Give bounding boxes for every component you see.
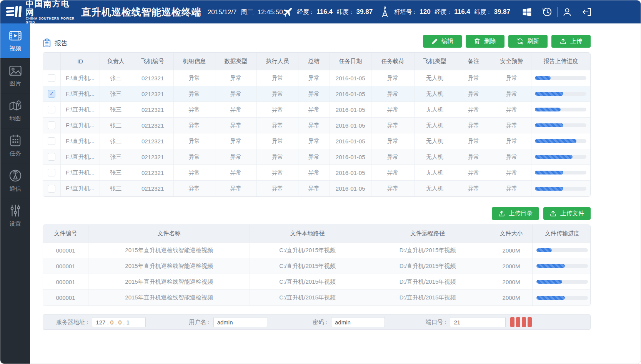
sidebar: 视频 图片 地图 xyxy=(0,23,30,364)
sidebar-item-video[interactable]: 视频 xyxy=(0,23,30,58)
row-checkbox[interactable]: ✓ xyxy=(48,90,55,98)
cell-remark: 异常 xyxy=(455,165,492,181)
cell-check xyxy=(43,70,61,86)
picture-icon xyxy=(9,65,22,77)
flight-lon-value: 116.4 xyxy=(316,8,333,16)
progress-bar-fill xyxy=(536,248,552,252)
history-icon[interactable] xyxy=(537,7,557,17)
cell-remark: 异常 xyxy=(455,181,492,196)
sidebar-item-map[interactable]: 地图 xyxy=(0,93,30,128)
sidebar-item-label: 设置 xyxy=(10,220,21,228)
sidebar-item-label: 视频 xyxy=(10,45,21,52)
cell-progress xyxy=(533,243,591,258)
cell-file_size: 2000M xyxy=(490,258,533,274)
section-title-text: 报告 xyxy=(55,39,68,48)
cell-summary: 异常 xyxy=(298,102,330,118)
upload-icon xyxy=(550,210,556,217)
table-row[interactable]: ✓F:\直升机...张三0212321异常异常异常异常2016-01-05异常无… xyxy=(43,86,590,102)
cell-summary: 异常 xyxy=(298,149,330,165)
table-row[interactable]: F:\直升机...张三0212321异常异常异常异常2016-01-05异常无人… xyxy=(43,70,590,86)
cell-progress xyxy=(531,133,590,149)
cell-executor: 异常 xyxy=(257,118,298,133)
sidebar-item-label: 地图 xyxy=(10,115,21,122)
column-header-task_date: 任务日期 xyxy=(330,53,371,70)
cell-plane_no: 0212321 xyxy=(132,181,174,196)
table-row[interactable]: F:\直升机...张三0212321异常异常异常异常2016-01-05异常无人… xyxy=(43,165,590,181)
cell-summary: 异常 xyxy=(298,70,330,86)
sidebar-item-pictures[interactable]: 图片 xyxy=(0,58,30,93)
cell-data_type: 异常 xyxy=(215,181,257,196)
main-content: 报告 编辑 删除 xyxy=(30,23,641,364)
delete-button[interactable]: 删除 xyxy=(466,35,504,48)
progress-bar-fill xyxy=(535,187,563,191)
table-row[interactable]: F:\直升机...张三0212321异常异常异常异常2016-01-05异常无人… xyxy=(43,149,590,165)
cell-warning: 异常 xyxy=(492,86,531,102)
report-table-card: ID负责人飞机编号机组信息数据类型执行人员总结任务日期任务载荷飞机类型备注安全预… xyxy=(43,52,591,197)
cell-payload: 异常 xyxy=(371,102,415,118)
sidebar-item-settings[interactable]: 设置 xyxy=(0,198,30,233)
column-header-owner: 负责人 xyxy=(100,53,132,70)
upload-directory-button[interactable]: 上传目录 xyxy=(492,207,539,220)
logo-title: 中国南方电网 xyxy=(26,0,75,17)
progress-bar-fill xyxy=(535,92,563,96)
sidebar-item-tasks[interactable]: 任务 xyxy=(0,128,30,163)
password-label: 密码 : xyxy=(313,319,327,326)
column-header-file_name: 文件名称 xyxy=(88,225,250,243)
upload-button[interactable]: 上传 xyxy=(551,35,591,48)
table-row[interactable]: F:\直升机...张三0212321异常异常异常异常2016-01-05异常无人… xyxy=(43,133,590,149)
username-label: 用户名 : xyxy=(189,319,209,326)
file-actions: 上传目录 上传文件 xyxy=(43,207,591,220)
cell-remote_path: D:/直升机/2015年视频 xyxy=(365,290,490,306)
column-header-progress: 文件传输进度 xyxy=(533,225,591,243)
cell-task_date: 2016-01-05 xyxy=(330,181,371,196)
cell-file_name: 2015年直升机巡检线智能巡检视频 xyxy=(88,258,250,274)
refresh-button[interactable]: 刷新 xyxy=(508,35,548,48)
cell-file_name: 2015年直升机巡检线智能巡检视频 xyxy=(88,290,250,306)
cell-remote_path: D:/直升机/2015年视频 xyxy=(365,258,490,274)
geo-status: 经度 : 116.4 纬度 : 39.87 杆塔号 : 120 经度 : 116… xyxy=(283,6,510,18)
sidebar-item-communication[interactable]: 通信 xyxy=(0,163,30,198)
cell-crew_info: 异常 xyxy=(174,149,215,165)
file-table: 文件编号文件名称文件本地路径文件远程路径文件大小文件传输进度0000012015… xyxy=(43,225,591,306)
csg-logo-icon xyxy=(6,4,22,20)
tower-icon xyxy=(380,6,390,18)
cell-remote_path: D:/直升机/2015年视频 xyxy=(365,243,490,258)
edit-icon xyxy=(431,38,438,45)
table-row[interactable]: F:\直升机...张三0212321异常异常异常异常2016-01-05异常无人… xyxy=(43,181,590,196)
row-checkbox[interactable] xyxy=(48,153,55,161)
progress-bar xyxy=(535,155,586,159)
password-input[interactable] xyxy=(331,317,385,327)
logo-subtitle: CHINA SOUTHERN POWER GRID xyxy=(26,17,75,24)
column-header-progress: 报告上传进度 xyxy=(531,53,590,70)
table-row[interactable]: F:\直升机...张三0212321异常异常异常异常2016-01-05异常无人… xyxy=(43,118,590,133)
status-bar xyxy=(522,317,526,327)
cell-check xyxy=(43,133,61,149)
windows-icon[interactable] xyxy=(517,7,537,17)
user-icon[interactable] xyxy=(558,7,577,17)
username-input[interactable] xyxy=(213,317,267,327)
cell-crew_info: 异常 xyxy=(174,118,215,133)
cell-plane_type: 无人机 xyxy=(415,102,455,118)
cell-remote_path: D:/直升机/2015年视频 xyxy=(365,274,490,290)
server-address-input[interactable] xyxy=(92,317,146,327)
logout-icon[interactable] xyxy=(577,7,596,17)
row-checkbox[interactable] xyxy=(48,106,55,113)
cell-progress xyxy=(531,70,590,86)
table-row[interactable]: F:\直升机...张三0212321异常异常异常异常2016-01-05异常无人… xyxy=(43,102,590,118)
sidebar-item-label: 任务 xyxy=(10,150,21,157)
row-checkbox[interactable] xyxy=(48,185,55,193)
edit-button[interactable]: 编辑 xyxy=(423,35,462,48)
row-checkbox[interactable] xyxy=(48,74,55,82)
cell-remark: 异常 xyxy=(455,149,492,165)
row-checkbox[interactable] xyxy=(48,137,55,145)
cell-task_date: 2016-01-05 xyxy=(330,118,371,133)
progress-bar xyxy=(536,296,588,300)
column-header-file_size: 文件大小 xyxy=(490,225,533,243)
row-checkbox[interactable] xyxy=(48,169,55,176)
port-input[interactable] xyxy=(450,317,506,327)
cell-local_path: C:/直升机/2015年视频 xyxy=(250,290,365,306)
row-checkbox[interactable] xyxy=(48,121,55,129)
cell-data_type: 异常 xyxy=(215,102,257,118)
progress-bar xyxy=(536,248,588,252)
upload-file-button[interactable]: 上传文件 xyxy=(543,207,591,220)
